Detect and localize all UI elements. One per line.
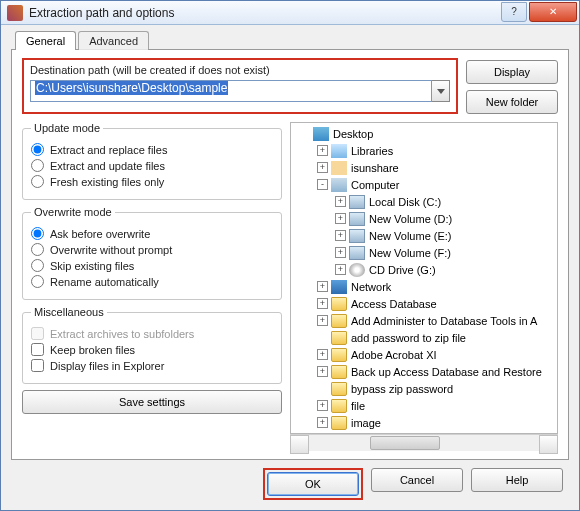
tree-toggle-icon[interactable]: + (335, 230, 346, 241)
disk-icon (349, 246, 365, 260)
destination-label: Destination path (will be created if doe… (30, 64, 450, 76)
tree-item[interactable]: +Network (291, 278, 557, 295)
cancel-button[interactable]: Cancel (371, 468, 463, 492)
tree-item-label: Add Administer to Database Tools in A (351, 315, 537, 327)
disk-icon (349, 195, 365, 209)
dialog-buttons: OK Cancel Help (11, 460, 569, 500)
destination-combo[interactable]: C:\Users\isunshare\Desktop\sample (30, 80, 450, 102)
comp-icon (331, 178, 347, 192)
folder-icon (331, 331, 347, 345)
overwrite-opt-ask[interactable]: Ask before overwrite (31, 227, 273, 240)
tree-item[interactable]: -Computer (291, 176, 557, 193)
update-mode-legend: Update mode (31, 122, 103, 134)
window-controls: ? ✕ (499, 2, 577, 24)
disk-icon (349, 212, 365, 226)
tree-toggle-icon[interactable]: - (317, 179, 328, 190)
tree-item-label: New Volume (F:) (369, 247, 451, 259)
overwrite-opt-skip[interactable]: Skip existing files (31, 259, 273, 272)
misc-opt-explorer[interactable]: Display files in Explorer (31, 359, 273, 372)
tree-item-label: Local Disk (C:) (369, 196, 441, 208)
tree-item-label: New Volume (D:) (369, 213, 452, 225)
folder-icon (331, 399, 347, 413)
titlebar[interactable]: Extraction path and options ? ✕ (1, 1, 579, 25)
tree-toggle-icon[interactable]: + (317, 281, 328, 292)
close-button[interactable]: ✕ (529, 2, 577, 22)
update-opt-replace[interactable]: Extract and replace files (31, 143, 273, 156)
misc-legend: Miscellaneous (31, 306, 107, 318)
tree-item-label: New Volume (E:) (369, 230, 452, 242)
folder-icon (331, 314, 347, 328)
scrollbar-thumb[interactable] (370, 436, 440, 450)
tree-item[interactable]: +image (291, 414, 557, 431)
side-buttons: Display New folder (466, 58, 558, 114)
tree-item[interactable]: +New Volume (D:) (291, 210, 557, 227)
tree-item-label: Adobe Acrobat XI (351, 349, 437, 361)
overwrite-mode-legend: Overwrite mode (31, 206, 115, 218)
misc-opt-broken[interactable]: Keep broken files (31, 343, 273, 356)
tree-toggle-icon (317, 383, 328, 394)
folder-tree[interactable]: Desktop+Libraries+isunshare-Computer+Loc… (290, 122, 558, 434)
save-settings-button[interactable]: Save settings (22, 390, 282, 414)
destination-dropdown-button[interactable] (432, 80, 450, 102)
help-button[interactable]: Help (471, 468, 563, 492)
tree-item[interactable]: +Add Administer to Database Tools in A (291, 312, 557, 329)
tree-item[interactable]: +CD Drive (G:) (291, 261, 557, 278)
ok-button[interactable]: OK (267, 472, 359, 496)
display-button[interactable]: Display (466, 60, 558, 84)
tree-toggle-icon[interactable]: + (335, 213, 346, 224)
tree-toggle-icon[interactable]: + (317, 145, 328, 156)
destination-input[interactable]: C:\Users\isunshare\Desktop\sample (30, 80, 432, 102)
tree-toggle-icon[interactable]: + (335, 247, 346, 258)
tree-item[interactable]: bypass zip password (291, 380, 557, 397)
new-folder-button[interactable]: New folder (466, 90, 558, 114)
tree-toggle-icon[interactable]: + (317, 162, 328, 173)
overwrite-mode-group: Overwrite mode Ask before overwrite Over… (22, 206, 282, 300)
top-row: Destination path (will be created if doe… (22, 58, 558, 114)
tree-item-label: isunshare (351, 162, 399, 174)
desktop-icon (313, 127, 329, 141)
tree-toggle-icon[interactable]: + (317, 298, 328, 309)
destination-path-block: Destination path (will be created if doe… (22, 58, 458, 114)
tree-item[interactable]: +New Volume (F:) (291, 244, 557, 261)
tree-item[interactable]: add password to zip file (291, 329, 557, 346)
tab-advanced[interactable]: Advanced (78, 31, 149, 50)
tree-item[interactable]: +Adobe Acrobat XI (291, 346, 557, 363)
update-opt-fresh[interactable]: Fresh existing files only (31, 175, 273, 188)
tree-item-label: image (351, 417, 381, 429)
folder-icon (331, 297, 347, 311)
left-column: Update mode Extract and replace files Ex… (22, 122, 282, 451)
tab-general[interactable]: General (15, 31, 76, 50)
tree-toggle-icon[interactable]: + (317, 315, 328, 326)
tree-toggle-icon[interactable]: + (317, 349, 328, 360)
main-row: Update mode Extract and replace files Ex… (22, 122, 558, 451)
update-mode-group: Update mode Extract and replace files Ex… (22, 122, 282, 200)
horizontal-scrollbar[interactable] (290, 434, 558, 451)
overwrite-opt-rename[interactable]: Rename automatically (31, 275, 273, 288)
tree-item[interactable]: +Back up Access Database and Restore (291, 363, 557, 380)
minimize-button[interactable]: ? (501, 2, 527, 22)
tree-item[interactable]: +Libraries (291, 142, 557, 159)
tree-item[interactable]: +file (291, 397, 557, 414)
tree-item[interactable]: +Access Database (291, 295, 557, 312)
tree-item-label: Access Database (351, 298, 437, 310)
folder-icon (331, 365, 347, 379)
overwrite-opt-without[interactable]: Overwrite without prompt (31, 243, 273, 256)
tree-item[interactable]: +isunshare (291, 159, 557, 176)
net-icon (331, 280, 347, 294)
update-opt-update[interactable]: Extract and update files (31, 159, 273, 172)
app-icon (7, 5, 23, 21)
tree-toggle-icon[interactable]: + (335, 264, 346, 275)
tree-toggle-icon[interactable]: + (317, 366, 328, 377)
dialog-window: Extraction path and options ? ✕ General … (0, 0, 580, 511)
tree-item[interactable]: +New Volume (E:) (291, 227, 557, 244)
tree-toggle-icon[interactable]: + (317, 417, 328, 428)
user-icon (331, 161, 347, 175)
tree-toggle-icon[interactable]: + (335, 196, 346, 207)
tree-item-label: Libraries (351, 145, 393, 157)
tree-item[interactable]: Desktop (291, 125, 557, 142)
tab-row: General Advanced (15, 31, 569, 50)
tree-toggle-icon[interactable]: + (317, 400, 328, 411)
ok-highlight: OK (263, 468, 363, 500)
misc-opt-subfolders: Extract archives to subfolders (31, 327, 273, 340)
tree-item[interactable]: +Local Disk (C:) (291, 193, 557, 210)
